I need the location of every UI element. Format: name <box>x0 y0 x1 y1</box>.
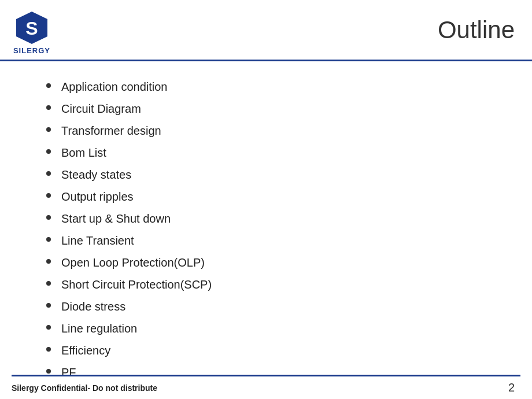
bullet-dot-icon <box>46 83 51 88</box>
list-item-text: Line Transient <box>61 232 134 249</box>
list-item: Diode stress <box>46 298 497 315</box>
list-item-text: Output ripples <box>61 189 134 205</box>
footer-content: Silergy Confidential- Do not distribute … <box>0 376 532 399</box>
bullet-dot-icon <box>46 105 51 110</box>
header: S SILERGY Outline <box>0 0 532 55</box>
list-item-text: Open Loop Protection(OLP) <box>61 254 205 271</box>
list-item-text: Diode stress <box>61 298 125 315</box>
list-item-text: Application condition <box>61 79 167 95</box>
list-item: Short Circuit Protection(SCP) <box>46 276 497 293</box>
page-number: 2 <box>508 381 515 394</box>
footer: Silergy Confidential- Do not distribute … <box>0 375 532 399</box>
list-item: Efficiency <box>46 342 497 359</box>
list-item: Bom List <box>46 145 497 161</box>
bullet-dot-icon <box>46 303 51 308</box>
list-item: Circuit Diagram <box>46 101 497 117</box>
list-item-text: Short Circuit Protection(SCP) <box>61 276 212 293</box>
list-item: Application condition <box>46 79 497 95</box>
silergy-logo-icon: S <box>12 10 52 45</box>
bullet-dot-icon <box>46 171 51 176</box>
list-item: Start up & Shut down <box>46 210 497 227</box>
list-item-text: Start up & Shut down <box>61 210 171 227</box>
bullet-dot-icon <box>46 215 51 220</box>
bullet-dot-icon <box>46 193 51 198</box>
list-item-text: Transformer design <box>61 123 161 139</box>
list-item: Steady states <box>46 167 497 183</box>
bullet-dot-icon <box>46 127 51 132</box>
list-item-text: Efficiency <box>61 342 110 359</box>
confidential-label: Silergy Confidential- Do not distribute <box>12 383 157 393</box>
list-item-text: Steady states <box>61 167 131 183</box>
content-area: Application conditionCircuit DiagramTran… <box>0 61 532 398</box>
slide-title: Outline <box>438 16 515 44</box>
logo-area: S SILERGY <box>12 10 52 55</box>
bullet-dot-icon <box>46 325 51 330</box>
bullet-dot-icon <box>46 149 51 154</box>
logo-text: SILERGY <box>13 46 50 55</box>
bullet-dot-icon <box>46 259 51 264</box>
list-item-text: Line regulation <box>61 320 137 337</box>
list-item: Output ripples <box>46 189 497 205</box>
bullet-dot-icon <box>46 281 51 286</box>
bullet-dot-icon <box>46 369 51 374</box>
list-item: Line regulation <box>46 320 497 337</box>
slide: S SILERGY Outline Application conditionC… <box>0 0 532 399</box>
list-item-text: Circuit Diagram <box>61 101 141 117</box>
outline-list: Application conditionCircuit DiagramTran… <box>46 79 497 380</box>
list-item: Open Loop Protection(OLP) <box>46 254 497 271</box>
list-item: Line Transient <box>46 232 497 249</box>
list-item-text: Bom List <box>61 145 106 161</box>
list-item: Transformer design <box>46 123 497 139</box>
bullet-dot-icon <box>46 237 51 242</box>
svg-text:S: S <box>25 18 38 39</box>
bullet-dot-icon <box>46 347 51 352</box>
